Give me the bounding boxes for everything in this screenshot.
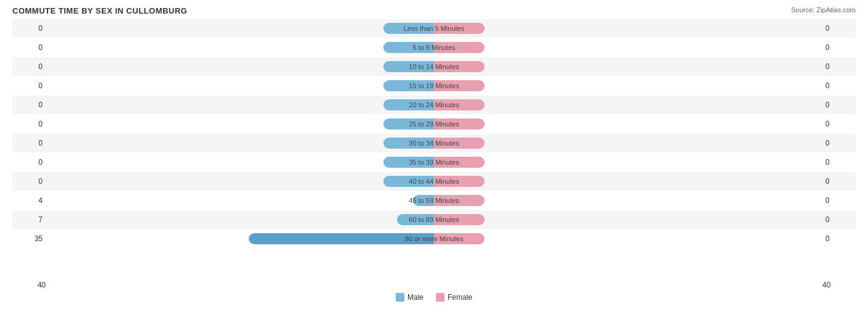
female-bar — [434, 214, 485, 225]
female-value: 0 — [822, 234, 856, 243]
table-row: 030 to 34 Minutes0 — [12, 134, 856, 152]
female-value: 0 — [822, 196, 856, 205]
male-bar-container — [46, 115, 434, 133]
male-bar — [383, 157, 434, 168]
table-row: 0Less than 5 Minutes0 — [12, 19, 856, 38]
male-value: 0 — [12, 177, 46, 186]
female-bar-container — [434, 229, 822, 248]
male-bar-container — [46, 172, 434, 191]
female-value: 0 — [822, 62, 856, 71]
table-row: 445 to 59 Minutes0 — [12, 191, 856, 210]
male-bar — [249, 233, 434, 244]
table-row: 035 to 39 Minutes0 — [12, 153, 856, 171]
axis-area: 40 40 — [12, 281, 856, 289]
male-bar — [383, 80, 434, 91]
male-bar — [383, 176, 434, 187]
male-bar-container — [46, 229, 434, 248]
source-label: Source: ZipAtlas.com — [791, 6, 856, 14]
center-bars: 25 to 29 Minutes — [46, 115, 822, 133]
male-bar-container — [46, 210, 434, 229]
male-value: 7 — [12, 215, 46, 224]
female-value: 0 — [822, 177, 856, 186]
center-bars: 90 or more Minutes — [46, 229, 822, 248]
male-value: 0 — [12, 24, 46, 33]
axis-left: 40 — [12, 281, 49, 289]
female-bar — [434, 23, 485, 34]
male-value: 0 — [12, 43, 46, 52]
female-value: 0 — [822, 43, 856, 52]
female-value: 0 — [822, 139, 856, 147]
table-row: 3590 or more Minutes0 — [12, 229, 856, 248]
female-bar — [434, 157, 485, 168]
female-bar-container — [434, 210, 822, 229]
male-bar — [383, 42, 434, 53]
male-value: 4 — [12, 196, 46, 205]
male-bar — [383, 23, 434, 34]
legend-male-box — [396, 293, 404, 302]
legend-female-box — [436, 293, 444, 302]
male-bar — [383, 99, 434, 110]
female-bar-container — [434, 115, 822, 133]
female-value: 0 — [822, 24, 856, 33]
legend-male: Male — [396, 293, 424, 302]
female-bar-container — [434, 19, 822, 38]
center-bars: 35 to 39 Minutes — [46, 153, 822, 171]
female-bar-container — [434, 191, 822, 210]
female-value: 0 — [822, 158, 856, 167]
male-value: 35 — [12, 234, 46, 243]
chart-container: COMMUTE TIME BY SEX IN CULLOMBURG Source… — [0, 0, 868, 322]
male-bar-container — [46, 57, 434, 76]
female-bar-container — [434, 57, 822, 76]
male-bar — [413, 195, 434, 206]
table-row: 05 to 9 Minutes0 — [12, 38, 856, 57]
center-bars: Less than 5 Minutes — [46, 19, 822, 38]
male-value: 0 — [12, 62, 46, 71]
legend-female: Female — [436, 293, 472, 302]
male-value: 0 — [12, 81, 46, 90]
table-row: 015 to 19 Minutes0 — [12, 76, 856, 95]
female-value: 0 — [822, 120, 856, 128]
legend-male-label: Male — [407, 293, 424, 302]
male-bar-container — [46, 19, 434, 38]
center-bars: 20 to 24 Minutes — [46, 96, 822, 114]
table-row: 025 to 29 Minutes0 — [12, 115, 856, 133]
female-bar — [434, 176, 485, 187]
male-bar-container — [46, 153, 434, 171]
female-bar-container — [434, 76, 822, 95]
female-bar — [434, 61, 485, 72]
female-bar — [434, 99, 485, 110]
female-bar — [434, 233, 485, 244]
female-bar-container — [434, 134, 822, 152]
center-bars: 45 to 59 Minutes — [46, 191, 822, 210]
center-bars: 15 to 19 Minutes — [46, 76, 822, 95]
table-row: 760 to 89 Minutes0 — [12, 210, 856, 229]
female-value: 0 — [822, 101, 856, 109]
male-bar — [383, 61, 434, 72]
center-bars: 5 to 9 Minutes — [46, 38, 822, 57]
male-value: 0 — [12, 120, 46, 128]
chart-area: 0Less than 5 Minutes005 to 9 Minutes0010… — [12, 19, 856, 278]
table-row: 010 to 14 Minutes0 — [12, 57, 856, 76]
male-value: 0 — [12, 139, 46, 147]
legend: Male Female — [12, 293, 856, 302]
male-bar-container — [46, 96, 434, 114]
center-bars: 60 to 89 Minutes — [46, 210, 822, 229]
table-row: 020 to 24 Minutes0 — [12, 96, 856, 114]
male-bar-container — [46, 76, 434, 95]
center-bars: 40 to 44 Minutes — [46, 172, 822, 191]
male-value: 0 — [12, 101, 46, 109]
female-value: 0 — [822, 215, 856, 224]
center-bars: 10 to 14 Minutes — [46, 57, 822, 76]
female-bar-container — [434, 38, 822, 57]
male-bar — [383, 138, 434, 149]
male-bar — [397, 214, 434, 225]
female-bar-container — [434, 172, 822, 191]
axis-right: 40 — [819, 281, 856, 289]
female-bar — [434, 118, 485, 130]
female-value: 0 — [822, 81, 856, 90]
male-bar-container — [46, 191, 434, 210]
female-bar — [434, 42, 485, 53]
female-bar — [434, 195, 485, 206]
center-bars: 30 to 34 Minutes — [46, 134, 822, 152]
male-value: 0 — [12, 158, 46, 167]
